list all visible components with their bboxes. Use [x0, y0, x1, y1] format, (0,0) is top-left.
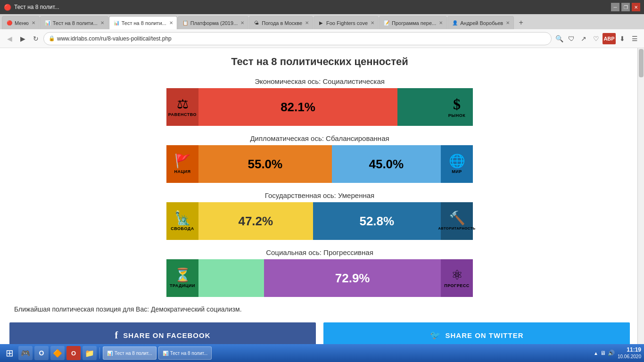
minimize-button[interactable]: ─: [611, 3, 619, 11]
globe-icon: 🌐: [449, 155, 465, 168]
tab-test-1[interactable]: 📊 Тест на 8 полити... ✕: [40, 16, 108, 29]
scrollbar-thumb[interactable]: [639, 49, 644, 77]
clock[interactable]: 11:19 10.06.2020: [618, 346, 641, 360]
axis-government: Государственная ось: Умеренная 🗽 СВОБОДА…: [9, 191, 630, 240]
tab-favicon: 👤: [452, 20, 458, 26]
tab-test-2-active[interactable]: 📊 Тест на 8 полити... ✕: [109, 16, 177, 29]
social-right-percent: 72.9%: [335, 271, 370, 286]
taskbar-app-test2[interactable]: 📊 Тест на 8 полит...: [158, 346, 212, 360]
tab-close-icon[interactable]: ✕: [32, 20, 35, 25]
menu-icon[interactable]: ☰: [629, 33, 640, 44]
taskbar-icon-opera2[interactable]: O: [66, 346, 81, 360]
forward-button[interactable]: ▶: [17, 33, 28, 44]
taskbar-app-test-active[interactable]: 📊 Тест на 8 полит...: [103, 346, 157, 360]
clock-date: 10.06.2020: [618, 354, 641, 360]
axis-diplomatic-label: Дипломатическая ось: Сбалансированная: [9, 134, 630, 142]
tab-close-icon[interactable]: ✕: [169, 20, 173, 25]
tab-label: Меню: [15, 20, 29, 26]
government-left-bar: 47.2%: [198, 202, 313, 240]
restore-button[interactable]: ❐: [621, 3, 630, 11]
taskbar: ⊞ 🎮 O 🔶 O 📁 📊 Тест на 8 полит... 📊 Тест …: [0, 344, 644, 362]
start-button[interactable]: ⊞: [3, 346, 17, 360]
share-twitter-label: SHARE ON TWITTER: [446, 331, 524, 339]
page-title: Тест на 8 политических ценностей: [9, 48, 630, 77]
search-icon[interactable]: 🔍: [553, 33, 565, 44]
taskbar-icon-opera[interactable]: O: [34, 346, 49, 360]
heart-icon[interactable]: ♡: [590, 33, 602, 44]
sys-tray: ▲ 🖥 🔊: [594, 350, 615, 356]
economic-left-percent: 82.1%: [281, 100, 315, 115]
clock-time: 11:19: [618, 346, 641, 354]
tab-programma[interactable]: 📝 Программа пере... ✕: [379, 16, 447, 29]
tab-favicon: ▶: [318, 20, 324, 26]
liberty-icon: 🗽: [174, 212, 191, 225]
icon-world: 🌐 МИР: [441, 145, 473, 183]
taskbar-icon-folder[interactable]: 📁: [83, 346, 97, 360]
taskbar-right: ▲ 🖥 🔊 11:19 10.06.2020: [594, 346, 641, 360]
tab-favicon: 📊: [44, 20, 51, 26]
close-button[interactable]: ✕: [632, 3, 640, 11]
tab-label: Программа пере...: [392, 20, 436, 26]
tab-favicon: 📊: [113, 20, 120, 26]
icon-tradition: ⏳ ТРАДИЦИИ: [166, 259, 198, 297]
shield-icon[interactable]: 🛡: [566, 33, 577, 44]
refresh-button[interactable]: ↻: [30, 33, 41, 44]
taskbar-app-icon: 📊: [163, 351, 168, 356]
scale-icon: ⚖: [177, 98, 189, 111]
browser-scrollbar[interactable]: [637, 48, 644, 348]
progress-label: ПРОГРЕСС: [444, 283, 469, 288]
tab-foo-fighters[interactable]: ▶ Foo Fighters cove ✕: [314, 16, 379, 29]
icon-ravенstvo: ⚖ РАВЕНСТВО: [166, 88, 198, 126]
diplomatic-right-bar: 45.0%: [332, 145, 441, 183]
axis-diplomatic: Дипломатическая ось: Сбалансированная 🚩 …: [9, 134, 630, 183]
tab-close-icon[interactable]: ✕: [371, 20, 374, 25]
tray-speaker-icon[interactable]: 🔊: [608, 350, 615, 356]
tab-close-icon[interactable]: ✕: [506, 20, 510, 25]
social-bar-container: ⏳ ТРАДИЦИИ 72.9% ⚛ ПРОГРЕСС: [166, 259, 473, 297]
tab-weather[interactable]: 🌤 Погода в Москве ✕: [249, 16, 313, 29]
diplomatic-right-percent: 45.0%: [369, 157, 404, 172]
icon-authority: 🔨 АВТОРИТАРНОСТЬ: [441, 202, 473, 240]
facebook-icon: f: [115, 330, 118, 341]
government-right-bar: 52.8%: [313, 202, 441, 240]
economic-bars: 82.1%: [198, 88, 441, 126]
axis-social: Социальная ось: Прогрессивная ⏳ ТРАДИЦИИ…: [9, 248, 630, 297]
tab-close-icon[interactable]: ✕: [439, 20, 443, 25]
download-icon[interactable]: ⬇: [617, 33, 628, 44]
share-icon[interactable]: ↗: [578, 33, 589, 44]
tab-platforma[interactable]: 📋 Платформа (2019... ✕: [178, 16, 249, 29]
world-label: МИР: [452, 169, 462, 174]
atom-icon: ⚛: [451, 269, 463, 282]
taskbar-icon-gamepad[interactable]: 🎮: [18, 346, 33, 360]
tray-network-icon[interactable]: 🖥: [600, 350, 606, 356]
taskbar-icon-shield[interactable]: 🔶: [50, 346, 65, 360]
government-bars: 47.2% 52.8%: [198, 202, 441, 240]
tab-close-icon[interactable]: ✕: [240, 20, 244, 25]
tab-label: Foo Fighters cove: [326, 20, 368, 26]
tab-close-icon[interactable]: ✕: [305, 20, 309, 25]
taskbar-app-label: Тест на 8 полит...: [115, 351, 152, 356]
browser-menu-icon[interactable]: 🔴: [4, 4, 11, 11]
tray-arrow[interactable]: ▲: [594, 351, 598, 356]
new-tab-button[interactable]: +: [514, 16, 528, 29]
tab-andrey[interactable]: 👤 Андрей Воробьев ✕: [447, 16, 514, 29]
tradition-label: ТРАДИЦИИ: [170, 283, 195, 288]
icon-rynok: $ РЫНОК: [441, 88, 473, 126]
diplomatic-left-percent: 55.0%: [248, 157, 282, 172]
tab-close-icon[interactable]: ✕: [100, 20, 104, 25]
tab-menu[interactable]: 🔴 Меню ✕: [2, 16, 40, 29]
address-bar[interactable]: 🔒 www.idrlabs.com/ru/8-values-political/…: [43, 32, 552, 45]
back-button[interactable]: ◀: [4, 33, 15, 44]
social-bars: 72.9%: [198, 259, 441, 297]
tab-label: Погода в Москве: [262, 20, 302, 26]
diplomatic-bars: 55.0% 45.0%: [198, 145, 441, 183]
social-left-bar: [198, 259, 264, 297]
axis-social-label: Социальная ось: Прогрессивная: [9, 248, 630, 256]
economic-right-bar: [397, 88, 441, 126]
tab-label: Тест на 8 полити...: [122, 20, 166, 26]
social-right-bar: 72.9%: [264, 259, 441, 297]
hourglass-icon: ⏳: [174, 269, 191, 282]
nearest-position-text: Ближайшая политическая позиция для Вас: …: [9, 305, 630, 313]
diplomatic-left-bar: 55.0%: [198, 145, 332, 183]
user-badge-icon[interactable]: ABP: [603, 33, 616, 44]
